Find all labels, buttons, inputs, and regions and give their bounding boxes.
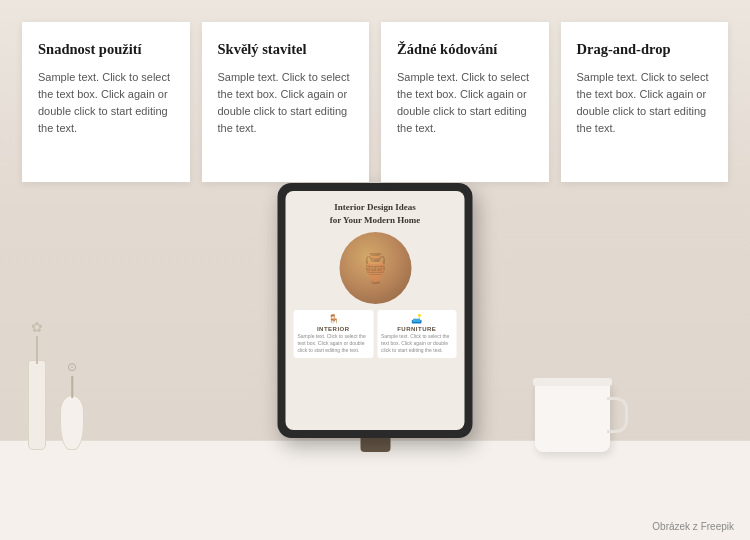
tablet-heading: Interior Design Ideas for Your Modern Ho… [294,201,457,226]
feature-card-1-title: Snadnost použití [38,40,174,59]
interior-icon: 🪑 [298,314,370,324]
feature-cards-row: Snadnost použití Sample text. Click to s… [0,0,750,182]
left-decoration [28,360,84,450]
feature-card-2-body: Sample text. Click to select the text bo… [218,69,354,137]
tablet-stand [360,438,390,452]
feature-card-3-title: Žádné kódování [397,40,533,59]
tablet-screen: Interior Design Ideas for Your Modern Ho… [286,191,465,430]
bottom-scene: Interior Design Ideas for Your Modern Ho… [0,200,750,540]
tablet-interior-card: 🪑 INTERIOR Sample text. Click to select … [294,310,374,358]
furniture-label: FURNITURE [381,326,453,332]
feature-card-4-title: Drag-and-drop [577,40,713,59]
interior-text: Sample text. Click to select the text bo… [298,333,370,354]
coffee-mug [535,382,610,452]
feature-card-4-body: Sample text. Click to select the text bo… [577,69,713,137]
desk-surface [0,440,750,540]
feature-card-2[interactable]: Skvělý stavitel Sample text. Click to se… [202,22,370,182]
vase-decoration-icon: 🏺 [358,252,393,285]
feature-card-1-body: Sample text. Click to select the text bo… [38,69,174,137]
vase-tall [28,360,46,450]
feature-card-1[interactable]: Snadnost použití Sample text. Click to s… [22,22,190,182]
tablet-hero-image: 🏺 [339,232,411,304]
feature-card-2-title: Skvělý stavitel [218,40,354,59]
furniture-text: Sample text. Click to select the text bo… [381,333,453,354]
tablet-furniture-card: 🛋️ FURNITURE Sample text. Click to selec… [377,310,457,358]
feature-card-3-body: Sample text. Click to select the text bo… [397,69,533,137]
vase-round [60,395,84,450]
feature-card-3[interactable]: Žádné kódování Sample text. Click to sel… [381,22,549,182]
feature-card-4[interactable]: Drag-and-drop Sample text. Click to sele… [561,22,729,182]
mug-body [535,382,610,452]
tablet-container: Interior Design Ideas for Your Modern Ho… [278,183,473,452]
mug-rim [533,378,612,386]
interior-label: INTERIOR [298,326,370,332]
tablet-bottom-row: 🪑 INTERIOR Sample text. Click to select … [294,310,457,358]
furniture-icon: 🛋️ [381,314,453,324]
tablet-device: Interior Design Ideas for Your Modern Ho… [278,183,473,438]
image-credit: Obrázek z Freepik [652,521,734,532]
